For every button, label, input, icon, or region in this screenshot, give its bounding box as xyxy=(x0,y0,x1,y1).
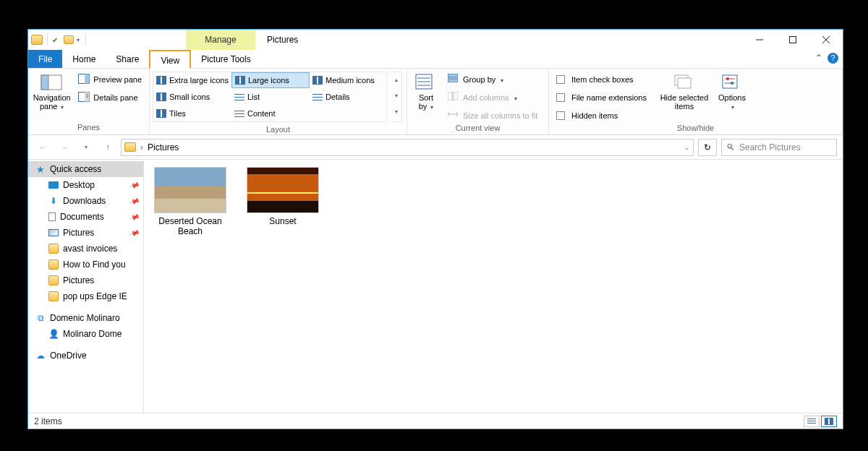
layout-content[interactable]: Content xyxy=(231,106,310,121)
sidebar-item-documents[interactable]: Documents📌 xyxy=(28,209,143,225)
view-mode-icons[interactable] xyxy=(821,416,837,427)
hidden-items-toggle[interactable]: Hidden items xyxy=(553,108,655,124)
options-button[interactable]: Options xyxy=(714,72,750,124)
body: ★Quick access Desktop📌 ⬇Downloads📌 Docum… xyxy=(28,160,843,413)
layout-extra-large[interactable]: Extra large icons xyxy=(153,72,231,88)
pin-icon: 📌 xyxy=(129,227,140,238)
refresh-button[interactable]: ↻ xyxy=(698,139,717,156)
breadcrumb-dropdown[interactable]: ⌄ xyxy=(684,144,690,151)
folder-icon xyxy=(48,291,59,301)
star-icon: ★ xyxy=(35,164,46,174)
view-mode-details[interactable] xyxy=(804,416,820,427)
back-button[interactable]: ← xyxy=(34,139,51,156)
thumbnail xyxy=(247,167,319,213)
layout-details[interactable]: Details xyxy=(310,89,388,105)
navigation-pane-button[interactable]: Navigationpane xyxy=(33,72,71,123)
dropbox-icon: ⧉ xyxy=(35,313,46,323)
layout-large[interactable]: Large icons xyxy=(231,72,310,88)
sidebar-item-downloads[interactable]: ⬇Downloads📌 xyxy=(28,193,143,209)
layout-medium[interactable]: Medium icons xyxy=(310,72,388,88)
new-folder-icon[interactable] xyxy=(64,35,74,44)
folder-icon xyxy=(48,244,59,254)
sidebar-item-onedrive[interactable]: ☁OneDrive xyxy=(28,348,143,364)
layout-scroll-up[interactable]: ▴ xyxy=(391,72,401,88)
sidebar-item-popup[interactable]: pop ups Edge IE xyxy=(28,288,143,304)
ribbon-group-show-hide: Item check boxes File name extensions Hi… xyxy=(549,69,843,134)
tab-picture-tools[interactable]: Picture Tools xyxy=(191,50,260,68)
file-explorer-window: ▾ Manage Pictures File Home Share View P… xyxy=(27,29,843,429)
search-box[interactable]: 🔍︎ Search Pictures xyxy=(721,139,837,156)
properties-icon[interactable] xyxy=(52,35,62,45)
sidebar-item-pictures2[interactable]: Pictures xyxy=(28,272,143,288)
ribbon-tabs: File Home Share View Picture Tools ⌃ ? xyxy=(28,50,843,69)
sort-by-button[interactable]: Sortby xyxy=(412,72,441,124)
help-icon[interactable]: ? xyxy=(827,53,838,64)
search-icon: 🔍︎ xyxy=(726,142,735,153)
sidebar-item-desktop[interactable]: Desktop📌 xyxy=(28,177,143,193)
tab-share[interactable]: Share xyxy=(106,50,149,68)
sidebar-item-pictures[interactable]: Pictures📌 xyxy=(28,225,143,241)
sidebar-item-molinaro[interactable]: 👤Molinaro Dome xyxy=(28,326,143,342)
breadcrumb[interactable]: Pictures ⌄ xyxy=(121,139,694,156)
details-pane-button[interactable]: Details pane xyxy=(75,90,145,106)
file-label: Deserted Ocean Beach xyxy=(151,216,229,236)
titlebar: ▾ Manage Pictures xyxy=(28,30,843,50)
layout-tiles[interactable]: Tiles xyxy=(153,106,231,121)
preview-pane-button[interactable]: Preview pane xyxy=(75,72,145,87)
layout-list[interactable]: List xyxy=(231,89,310,105)
layout-scroll-down[interactable]: ▾ xyxy=(391,88,401,104)
forward-button[interactable]: → xyxy=(56,139,73,156)
sidebar-item-avast[interactable]: avast invoices xyxy=(28,241,143,257)
tab-home[interactable]: Home xyxy=(62,50,106,68)
desktop-icon xyxy=(48,181,59,189)
svg-rect-17 xyxy=(448,79,458,82)
search-placeholder: Search Pictures xyxy=(739,142,801,153)
hide-selected-button[interactable]: Hide selecteditems xyxy=(659,72,710,124)
qat-dropdown[interactable]: ▾ xyxy=(75,37,81,43)
folder-icon xyxy=(48,275,59,285)
collapse-ribbon-icon[interactable]: ⌃ xyxy=(815,53,822,63)
up-button[interactable]: ↑ xyxy=(99,139,116,156)
layout-small[interactable]: Small icons xyxy=(153,89,231,105)
size-all-columns-button[interactable]: Size all columns to fit xyxy=(445,108,540,124)
svg-rect-23 xyxy=(723,75,737,88)
svg-rect-5 xyxy=(41,75,48,90)
status-bar: 2 items xyxy=(28,413,843,429)
file-label: Sunset xyxy=(269,216,296,226)
layout-more[interactable]: ▾ xyxy=(391,104,401,120)
breadcrumb-segment[interactable]: Pictures xyxy=(148,142,179,153)
group-by-button[interactable]: Group by xyxy=(445,72,540,87)
downloads-icon: ⬇ xyxy=(48,196,59,206)
group-label-current-view: Current view xyxy=(407,124,548,134)
minimize-button[interactable] xyxy=(743,30,776,50)
pin-icon: 📌 xyxy=(129,195,140,206)
tab-view[interactable]: View xyxy=(149,50,191,69)
close-button[interactable] xyxy=(809,30,843,50)
item-check-boxes-toggle[interactable]: Item check boxes xyxy=(553,72,655,87)
file-item[interactable]: Sunset xyxy=(244,167,322,226)
tab-file[interactable]: File xyxy=(28,50,62,68)
qat-separator xyxy=(47,34,48,46)
ribbon-group-layout: Extra large icons Large icons Medium ico… xyxy=(150,69,407,134)
svg-rect-7 xyxy=(85,74,90,84)
navigation-sidebar[interactable]: ★Quick access Desktop📌 ⬇Downloads📌 Docum… xyxy=(28,160,144,413)
sidebar-item-domenic[interactable]: ⧉Domenic Molinaro xyxy=(28,310,143,326)
file-item[interactable]: Deserted Ocean Beach xyxy=(151,167,229,236)
file-name-extensions-toggle[interactable]: File name extensions xyxy=(553,90,655,106)
svg-point-25 xyxy=(726,77,729,80)
recent-locations-button[interactable]: ▾ xyxy=(77,139,95,156)
add-columns-button[interactable]: Add columns xyxy=(445,90,540,106)
group-label-panes: Panes xyxy=(28,123,149,134)
content-area[interactable]: Deserted Ocean Beach Sunset xyxy=(144,160,843,413)
contextual-tab-label: Manage xyxy=(186,30,255,50)
ribbon-group-panes: Navigationpane Preview pane Details pane… xyxy=(28,69,150,134)
pin-icon: 📌 xyxy=(129,211,140,222)
titlebar-spacer xyxy=(92,30,186,50)
sidebar-quick-access[interactable]: ★Quick access xyxy=(28,161,143,177)
ribbon: Navigationpane Preview pane Details pane… xyxy=(28,69,843,135)
svg-rect-18 xyxy=(448,92,452,100)
sidebar-item-howto[interactable]: How to Find you xyxy=(28,257,143,272)
pin-icon: 📌 xyxy=(129,179,140,190)
maximize-button[interactable] xyxy=(776,30,809,50)
status-item-count: 2 items xyxy=(34,416,62,426)
